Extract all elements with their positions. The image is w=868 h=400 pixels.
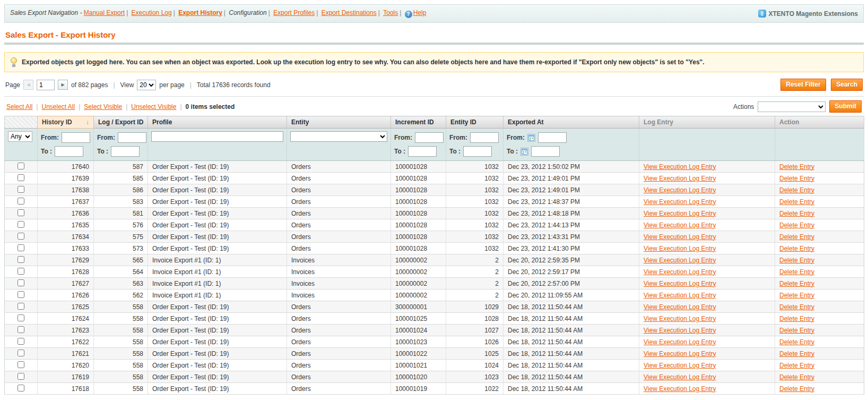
delete-entry-link[interactable]: Delete Entry (779, 257, 814, 264)
table-row[interactable]: 17639585Order Export - Test (ID: 19)Orde… (5, 173, 864, 184)
delete-entry-link[interactable]: Delete Entry (779, 338, 814, 346)
history-id-from-input[interactable] (62, 132, 90, 143)
row-checkbox[interactable] (18, 174, 24, 181)
row-checkbox[interactable] (18, 279, 24, 286)
row-checkbox[interactable] (18, 314, 24, 321)
delete-entry-link[interactable]: Delete Entry (779, 315, 814, 322)
calendar-icon[interactable] (527, 134, 535, 142)
column-header-history-id[interactable]: History ID↓ (38, 116, 94, 129)
profile-filter-input[interactable] (151, 131, 283, 142)
column-header-log-export-id[interactable]: Log / Export ID (94, 116, 148, 129)
increment-id-from-input[interactable] (415, 132, 444, 143)
search-button[interactable]: Search (831, 79, 863, 91)
table-row[interactable]: 17624558Order Export - Test (ID: 19)Orde… (5, 313, 864, 325)
row-checkbox[interactable] (18, 221, 24, 228)
view-execution-log-link[interactable]: View Execution Log Entry (644, 280, 716, 287)
row-checkbox[interactable] (18, 244, 24, 251)
table-row[interactable]: 17625558Order Export - Test (ID: 19)Orde… (5, 301, 864, 313)
view-execution-log-link[interactable]: View Execution Log Entry (644, 186, 716, 194)
row-checkbox[interactable] (18, 209, 24, 216)
increment-id-to-input[interactable] (408, 146, 437, 157)
nav-tools[interactable]: Tools (383, 9, 398, 16)
nav-manual-export[interactable]: Manual Export (84, 9, 125, 16)
column-header-entity[interactable]: Entity (287, 116, 391, 129)
view-execution-log-link[interactable]: View Execution Log Entry (644, 210, 716, 217)
view-execution-log-link[interactable]: View Execution Log Entry (644, 362, 716, 369)
view-execution-log-link[interactable]: View Execution Log Entry (644, 327, 716, 334)
delete-entry-link[interactable]: Delete Entry (779, 350, 814, 358)
submit-button[interactable]: Submit (829, 100, 862, 113)
delete-entry-link[interactable]: Delete Entry (779, 245, 814, 252)
delete-entry-link[interactable]: Delete Entry (779, 362, 814, 369)
delete-entry-link[interactable]: Delete Entry (779, 268, 814, 276)
row-checkbox[interactable] (18, 256, 24, 263)
view-execution-log-link[interactable]: View Execution Log Entry (644, 163, 716, 171)
row-checkbox[interactable] (18, 361, 24, 368)
column-header-profile[interactable]: Profile (148, 116, 287, 129)
delete-entry-link[interactable]: Delete Entry (779, 198, 814, 206)
next-page-button[interactable]: ▶ (58, 80, 68, 90)
delete-entry-link[interactable]: Delete Entry (779, 210, 814, 217)
table-row[interactable]: 17638586Order Export - Test (ID: 19)Orde… (5, 184, 864, 196)
view-execution-log-link[interactable]: View Execution Log Entry (644, 303, 716, 311)
column-header-entity-id[interactable]: Entity ID (446, 116, 504, 129)
row-checkbox[interactable] (18, 268, 24, 275)
delete-entry-link[interactable]: Delete Entry (779, 280, 814, 287)
entity-filter-select[interactable] (290, 131, 387, 142)
row-checkbox[interactable] (18, 163, 24, 169)
view-execution-log-link[interactable]: View Execution Log Entry (644, 268, 716, 276)
delete-entry-link[interactable]: Delete Entry (779, 222, 814, 229)
table-row[interactable]: 17636581Order Export - Test (ID: 19)Orde… (5, 208, 864, 219)
actions-select[interactable] (758, 101, 826, 112)
delete-entry-link[interactable]: Delete Entry (779, 327, 814, 334)
view-execution-log-link[interactable]: View Execution Log Entry (644, 350, 716, 358)
nav-execution-log[interactable]: Execution Log (132, 9, 172, 16)
table-row[interactable]: 17629565Invoice Export #1 (ID: 1)Invoice… (5, 254, 864, 266)
table-row[interactable]: 17634575Order Export - Test (ID: 19)Orde… (5, 231, 864, 243)
page-number-input[interactable] (37, 80, 55, 90)
reset-filter-button[interactable]: Reset Filter (780, 79, 826, 91)
view-execution-log-link[interactable]: View Execution Log Entry (644, 222, 716, 229)
calendar-icon[interactable] (520, 148, 528, 156)
row-checkbox[interactable] (18, 373, 24, 380)
delete-entry-link[interactable]: Delete Entry (779, 175, 814, 182)
table-row[interactable]: 17627563Invoice Export #1 (ID: 1)Invoice… (5, 278, 864, 290)
row-checkbox[interactable] (18, 198, 24, 205)
row-checkbox[interactable] (18, 350, 24, 356)
delete-entry-link[interactable]: Delete Entry (779, 373, 814, 381)
nav-help[interactable]: Help (413, 9, 427, 16)
table-row[interactable]: 17633573Order Export - Test (ID: 19)Orde… (5, 243, 864, 254)
view-execution-log-link[interactable]: View Execution Log Entry (644, 245, 716, 252)
select-visible-link[interactable]: Select Visible (84, 103, 122, 110)
log-export-id-to-input[interactable] (111, 146, 140, 157)
table-row[interactable]: 17621558Order Export - Test (ID: 19)Orde… (5, 348, 864, 360)
per-page-select[interactable]: 20 (137, 80, 156, 90)
unselect-all-link[interactable]: Unselect All (41, 103, 75, 110)
row-checkbox[interactable] (18, 186, 24, 193)
row-checkbox[interactable] (18, 291, 24, 298)
nav-export-destinations[interactable]: Export Destinations (322, 9, 377, 16)
view-execution-log-link[interactable]: View Execution Log Entry (644, 385, 716, 393)
delete-entry-link[interactable]: Delete Entry (779, 385, 814, 393)
delete-entry-link[interactable]: Delete Entry (779, 163, 814, 171)
view-execution-log-link[interactable]: View Execution Log Entry (644, 198, 716, 206)
log-export-id-from-input[interactable] (118, 132, 146, 143)
row-checkbox[interactable] (18, 233, 24, 240)
row-checkbox[interactable] (18, 326, 24, 333)
table-row[interactable]: 17618558Order Export - Test (ID: 19)Orde… (5, 383, 864, 395)
column-header-exported-at[interactable]: Exported At (504, 116, 639, 129)
view-execution-log-link[interactable]: View Execution Log Entry (644, 315, 716, 322)
nav-export-profiles[interactable]: Export Profiles (273, 9, 315, 16)
table-row[interactable]: 17626562Invoice Export #1 (ID: 1)Invoice… (5, 290, 864, 301)
view-execution-log-link[interactable]: View Execution Log Entry (644, 175, 716, 182)
entity-id-to-input[interactable] (463, 146, 492, 157)
select-all-link[interactable]: Select All (6, 103, 32, 110)
nav-export-history[interactable]: Export History (178, 9, 222, 16)
row-checkbox[interactable] (18, 385, 24, 392)
view-execution-log-link[interactable]: View Execution Log Entry (644, 292, 716, 299)
view-execution-log-link[interactable]: View Execution Log Entry (644, 373, 716, 381)
table-row[interactable]: 17623558Order Export - Test (ID: 19)Orde… (5, 325, 864, 336)
delete-entry-link[interactable]: Delete Entry (779, 186, 814, 194)
delete-entry-link[interactable]: Delete Entry (779, 292, 814, 299)
entity-id-from-input[interactable] (470, 132, 499, 143)
